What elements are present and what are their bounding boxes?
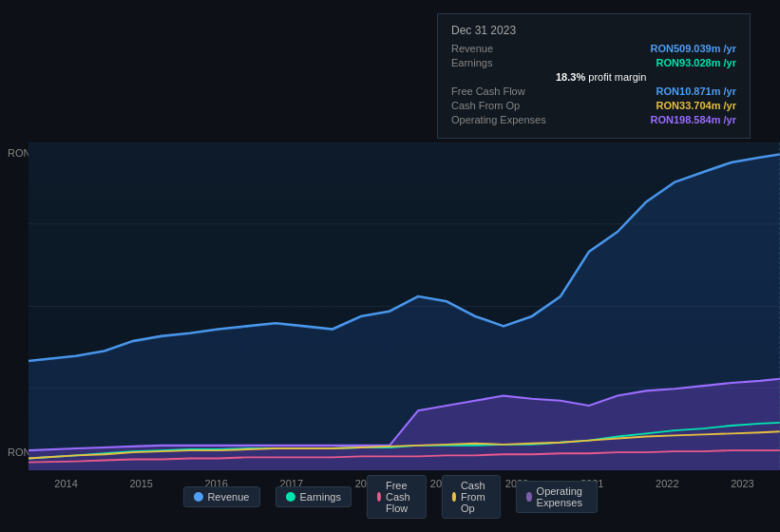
cashop-value: RON33.704m /yr [656, 100, 736, 111]
tooltip-box: Dec 31 2023 Revenue RON509.039m /yr Earn… [437, 13, 751, 139]
x-label-2014: 2014 [29, 478, 104, 489]
tooltip-cashop-row: Cash From Op RON33.704m /yr [451, 100, 736, 111]
earnings-label: Earnings [451, 57, 556, 68]
revenue-dot [193, 492, 202, 502]
fcf-legend-label: Free Cash Flow [386, 480, 416, 514]
legend-revenue[interactable]: Revenue [182, 486, 259, 507]
opex-value: RON198.584m /yr [651, 114, 737, 125]
legend-opex[interactable]: Operating Expenses [516, 481, 597, 513]
revenue-value: RON509.039m /yr [651, 43, 737, 54]
tooltip-earnings-row: Earnings RON93.028m /yr [451, 57, 736, 68]
earnings-dot [285, 492, 295, 502]
cashop-legend-label: Cash From Op [461, 480, 490, 514]
revenue-label: Revenue [451, 43, 556, 54]
opex-label: Operating Expenses [451, 114, 556, 125]
revenue-legend-label: Revenue [207, 491, 249, 503]
opex-dot [526, 492, 531, 502]
fcf-dot [377, 492, 381, 502]
earnings-legend-label: Earnings [299, 491, 340, 503]
legend-cashop[interactable]: Cash From Op [442, 475, 502, 519]
legend-earnings[interactable]: Earnings [275, 486, 351, 507]
chart-container: Dec 31 2023 Revenue RON509.039m /yr Earn… [0, 0, 780, 532]
tooltip-title: Dec 31 2023 [451, 24, 736, 37]
x-label-2015: 2015 [104, 478, 179, 489]
fcf-value: RON10.871m /yr [656, 86, 736, 97]
tooltip-fcf-row: Free Cash Flow RON10.871m /yr [451, 86, 736, 97]
chart-area [29, 142, 780, 470]
opex-legend-label: Operating Expenses [537, 485, 587, 508]
earnings-value: RON93.028m /yr [656, 57, 736, 68]
legend-fcf[interactable]: Free Cash Flow [367, 475, 427, 519]
profit-margin: 18.3% profit margin [451, 71, 736, 83]
cashop-label: Cash From Op [451, 100, 556, 111]
legend: Revenue Earnings Free Cash Flow Cash Fro… [182, 475, 597, 519]
tooltip-opex-row: Operating Expenses RON198.584m /yr [451, 114, 736, 125]
tooltip-revenue-row: Revenue RON509.039m /yr [451, 43, 736, 54]
x-label-2022: 2022 [630, 478, 705, 489]
chart-svg [29, 142, 780, 470]
x-label-2023: 2023 [705, 478, 780, 489]
cashop-dot [452, 492, 456, 502]
fcf-label: Free Cash Flow [451, 86, 556, 97]
